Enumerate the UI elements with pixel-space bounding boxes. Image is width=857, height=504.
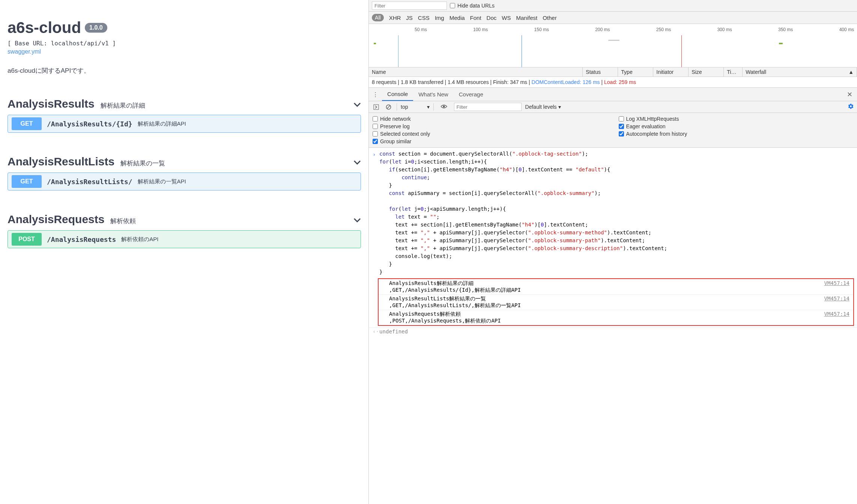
opblock[interactable]: GET /AnalysisResultLists/ 解析結果の一覧API: [8, 172, 361, 190]
highlighted-output: AnalysisResults解析結果の詳細 ,GET,/AnalysisRes…: [378, 278, 854, 326]
network-type-filters: All XHR JS CSS Img Media Font Doc WS Man…: [369, 12, 857, 24]
devtools-panel: Hide data URLs All XHR JS CSS Img Media …: [368, 0, 857, 504]
setting-selected-context[interactable]: Selected context only: [373, 131, 607, 137]
log-source-link[interactable]: VM457:14: [824, 311, 849, 324]
hide-data-urls-label: Hide data URLs: [457, 3, 495, 9]
load-time: Load: 259 ms: [604, 79, 636, 85]
log-source-link[interactable]: VM457:14: [824, 296, 849, 309]
setting-autocomplete[interactable]: Autocomplete from history: [619, 131, 853, 137]
console-body[interactable]: ›const section = document.querySelectorA…: [369, 148, 857, 504]
dropdown-icon: ▾: [558, 104, 561, 110]
timeline-marker: [398, 35, 398, 67]
live-expression-icon[interactable]: [438, 104, 450, 110]
dropdown-icon: ▾: [427, 104, 430, 110]
tag-section: AnalysisResults 解析結果の詳細 GET /AnalysisRes…: [8, 98, 361, 133]
setting-hide-network[interactable]: Hide network: [373, 116, 607, 122]
timeline-tick: 200 ms: [552, 27, 613, 32]
svg-point-3: [443, 106, 445, 108]
col-time[interactable]: Ti…: [724, 68, 743, 76]
timeline-tick: 150 ms: [491, 27, 552, 32]
network-filter-bar: Hide data URLs: [369, 0, 857, 12]
tag-desc: 解析結果の詳細: [101, 101, 145, 110]
svg-rect-0: [374, 105, 379, 110]
type-img[interactable]: Img: [435, 15, 444, 21]
type-other[interactable]: Other: [543, 15, 557, 21]
api-description: a6s-cloudに関するAPIです。: [8, 66, 361, 75]
tab-whatsnew[interactable]: What's New: [413, 88, 454, 100]
type-font[interactable]: Font: [470, 15, 481, 21]
swagger-panel: a6s-cloud 1.0.0 [ Base URL: localhost/ap…: [0, 0, 368, 504]
timeline-tick: 400 ms: [796, 27, 857, 32]
col-initiator[interactable]: Initiator: [653, 68, 689, 76]
op-path: /AnalysisResults/{Id}: [47, 120, 132, 128]
swagger-def-link[interactable]: swagger.yml: [8, 48, 361, 55]
console-filter-input[interactable]: [454, 103, 522, 111]
op-desc: 解析結果の詳細API: [138, 120, 186, 128]
console-toolbar: top ▾ Default levels ▾: [369, 101, 857, 113]
tag-header[interactable]: AnalysisResults 解析結果の詳細: [8, 98, 361, 110]
log-source-link[interactable]: VM457:14: [824, 280, 849, 294]
console-input-code: ›const section = document.querySelectorA…: [369, 149, 857, 277]
log-text: AnalysisResults解析結果の詳細 ,GET,/AnalysisRes…: [389, 280, 521, 294]
network-timeline[interactable]: 50 ms100 ms150 ms200 ms250 ms300 ms350 m…: [369, 24, 857, 68]
tag-header[interactable]: AnalysisResultLists 解析結果の一覧: [8, 155, 361, 168]
drawer-close-icon[interactable]: ✕: [842, 88, 857, 101]
op-desc: 解析結果の一覧API: [138, 178, 186, 185]
col-waterfall[interactable]: Waterfall ▲: [743, 68, 857, 76]
setting-preserve-log[interactable]: Preserve log: [373, 123, 607, 129]
timeline-tick: 250 ms: [613, 27, 674, 32]
opblock[interactable]: POST /AnalysisRequests 解析依頼のAPI: [8, 230, 361, 248]
col-name[interactable]: Name: [369, 68, 583, 76]
svg-line-2: [387, 105, 390, 109]
api-title-text: a6s-cloud: [8, 19, 81, 37]
api-title: a6s-cloud 1.0.0: [8, 19, 361, 37]
tag-section: AnalysisRequests 解析依頼 POST /AnalysisRequ…: [8, 213, 361, 248]
type-js[interactable]: JS: [406, 15, 413, 21]
tag-header[interactable]: AnalysisRequests 解析依頼: [8, 213, 361, 226]
col-status[interactable]: Status: [583, 68, 618, 76]
http-method-badge: POST: [12, 233, 42, 246]
console-log-row: AnalysisResultLists解析結果の一覧 ,GET,/Analysi…: [379, 294, 853, 310]
setting-log-xhr[interactable]: Log XMLHttpRequests: [619, 116, 853, 122]
col-size[interactable]: Size: [689, 68, 724, 76]
base-url: [ Base URL: localhost/api/v1 ]: [8, 40, 361, 47]
setting-eager-eval[interactable]: Eager evaluation: [619, 123, 853, 129]
log-text: AnalysisRequests解析依頼 ,POST,/AnalysisRequ…: [389, 311, 501, 324]
type-media[interactable]: Media: [450, 15, 465, 21]
console-settings-panel: Hide network Log XMLHttpRequests Preserv…: [369, 113, 857, 148]
clear-console-icon[interactable]: [384, 104, 393, 111]
log-text: AnalysisResultLists解析結果の一覧 ,GET,/Analysi…: [389, 296, 521, 309]
log-levels-selector[interactable]: Default levels ▾: [525, 104, 561, 110]
context-selector[interactable]: top ▾: [397, 103, 433, 111]
type-ws[interactable]: WS: [502, 15, 511, 21]
chevron-down-icon: [353, 217, 361, 222]
console-settings-icon[interactable]: [848, 103, 854, 111]
domcontentloaded-time: DOMContentLoaded: 126 ms: [532, 79, 600, 85]
setting-group-similar[interactable]: Group similar: [373, 138, 607, 144]
drawer-menu-icon[interactable]: ⋮: [369, 89, 382, 100]
opblock[interactable]: GET /AnalysisResults/{Id} 解析結果の詳細API: [8, 115, 361, 133]
type-manifest[interactable]: Manifest: [516, 15, 537, 21]
tag-desc: 解析依頼: [110, 217, 136, 225]
hide-data-urls-input[interactable]: [450, 3, 455, 8]
type-css[interactable]: CSS: [418, 15, 430, 21]
timeline-segment: [779, 43, 783, 44]
type-doc[interactable]: Doc: [487, 15, 497, 21]
tab-console[interactable]: Console: [382, 88, 413, 101]
timeline-tick: 50 ms: [369, 27, 430, 32]
tag-section: AnalysisResultLists 解析結果の一覧 GET /Analysi…: [8, 155, 361, 190]
network-filter-input[interactable]: [372, 2, 447, 10]
tag-name: AnalysisResults: [8, 98, 95, 110]
tag-name: AnalysisRequests: [8, 213, 104, 226]
http-method-badge: GET: [12, 117, 42, 130]
hide-data-urls-checkbox[interactable]: Hide data URLs: [450, 3, 495, 9]
tab-coverage[interactable]: Coverage: [454, 88, 489, 100]
type-xhr[interactable]: XHR: [389, 15, 401, 21]
op-path: /AnalysisResultLists/: [47, 178, 132, 186]
network-summary: 8 requests | 1.8 KB transferred | 1.4 MB…: [369, 77, 857, 88]
console-sidebar-toggle-icon[interactable]: [372, 104, 380, 111]
timeline-segment: [608, 40, 619, 41]
timeline-load-marker: [681, 35, 682, 67]
col-type[interactable]: Type: [618, 68, 653, 76]
type-all[interactable]: All: [372, 14, 384, 21]
